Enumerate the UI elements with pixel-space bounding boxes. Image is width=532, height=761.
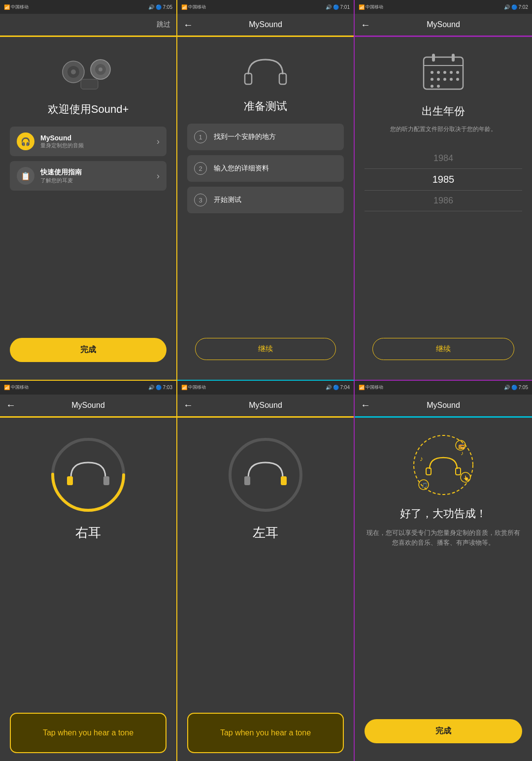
guide-menu-item[interactable]: 📋 快速使用指南 了解您的耳麦 › [10,161,166,191]
step-item-2: 2 输入您的详细资料 [187,155,344,182]
back-button-5[interactable]: ← [183,399,193,411]
main-grid: 📶 中国移动 🔊 🔵 7:05 跳过 [0,0,532,761]
mysound-arrow-icon: › [157,136,160,147]
svg-rect-31 [244,476,250,485]
left-ear-label: 左耳 [253,524,278,541]
mysound-icon: 🎧 [17,132,34,150]
content-1: 欢迎使用Sound+ 🎧 MySound 量身定制您的音频 › 📋 快速使用指南… [0,37,176,380]
header-4: ← MySound [0,395,176,416]
right-ear-label: 右耳 [75,524,101,541]
birth-title: 出生年份 [422,104,465,119]
mysound-text: MySound 量身定制您的音频 [40,134,157,149]
back-button-6[interactable]: ← [361,399,370,411]
svg-text:👆: 👆 [463,475,469,481]
done-button[interactable]: 完成 [365,719,522,743]
svg-point-17 [456,71,459,74]
svg-rect-34 [426,468,431,475]
complete-button[interactable]: 完成 [10,338,166,362]
content-2: 准备测试 1 找到一个安静的地方 2 输入您的详细资料 3 开始测试 继续 [177,37,354,380]
skip-button[interactable]: 跳过 [157,20,170,29]
status-bar-2: 📶中国移动 🔊🔵7:01 [177,0,354,14]
svg-point-29 [230,439,301,510]
step-item-3: 3 开始测试 [187,187,344,213]
back-button-3[interactable]: ← [361,19,370,31]
content-6: ♪ ♪ 📻 🎵 👆 好了，大功告成！ 现在，您可以享受专门为您量身定制的音质，欣… [355,418,532,761]
cell-welcome: 📶 中国移动 🔊 🔵 7:05 跳过 [0,0,177,381]
continue-button-2[interactable]: 继续 [195,338,336,360]
right-ear-animation [49,435,128,514]
headphone-image-2 [241,50,290,89]
step-num-1: 1 [194,131,207,143]
svg-rect-6 [81,79,98,89]
svg-rect-27 [67,476,73,485]
back-button-4[interactable]: ← [6,399,16,411]
guide-arrow-icon: › [157,171,160,181]
svg-point-13 [431,71,433,74]
back-button-2[interactable]: ← [183,19,193,31]
svg-point-16 [450,71,453,74]
svg-point-15 [443,71,446,74]
svg-text:📻: 📻 [458,442,465,449]
status-bar-4: 📶中国移动 🔊🔵7:03 [0,381,176,395]
content-4: 右耳 Tap when you hear a tone [0,418,176,761]
year-1984[interactable]: 1984 [365,148,522,169]
svg-point-5 [99,67,102,71]
header-title-2: MySound [249,20,282,29]
status-bar-6: 📶中国移动 🔊🔵7:05 [355,381,532,395]
cell-left-ear: 📶中国移动 🔊🔵7:04 ← MySound 左耳 [177,381,355,761]
header-1: 跳过 [0,14,176,35]
svg-rect-32 [281,476,287,485]
header-3: ← MySound [355,14,532,35]
continue-button-3[interactable]: 继续 [372,338,514,360]
svg-point-24 [437,85,440,88]
guide-text: 快速使用指南 了解您的耳麦 [40,168,157,184]
header-5: ← MySound [177,395,354,416]
step-num-2: 2 [194,162,207,175]
content-5: 左耳 Tap when you hear a tone [177,418,354,761]
mysound-title: MySound [40,134,157,142]
year-1986[interactable]: 1986 [365,191,522,211]
done-subtitle: 现在，您可以享受专门为您量身定制的音质，欣赏所有您喜欢的音乐、播客、有声读物等。 [365,528,522,549]
mysound-menu-item[interactable]: 🎧 MySound 量身定制您的音频 › [10,127,166,156]
tap-button-right[interactable]: Tap when you hear a tone [10,713,166,753]
done-illustration: ♪ ♪ 📻 🎵 👆 [409,430,478,499]
svg-rect-28 [103,476,109,485]
header-title-4: MySound [71,401,105,410]
svg-text:🎵: 🎵 [421,482,428,489]
header-6: ← MySound [355,395,532,416]
guide-icon: 📋 [17,167,34,185]
step-num-3: 3 [194,194,207,206]
svg-rect-8 [279,73,286,84]
tap-button-left[interactable]: Tap when you hear a tone [187,713,344,753]
prepare-title: 准备测试 [244,99,287,114]
status-left-1: 📶 中国移动 [4,4,29,10]
guide-subtitle: 了解您的耳麦 [40,177,157,184]
svg-text:♪: ♪ [461,450,464,457]
earbuds-image [56,50,120,94]
status-bar-3: 📶中国移动 🔊🔵7:02 [355,0,532,14]
svg-rect-35 [456,468,461,475]
header-title-6: MySound [427,401,460,410]
header-title-3: MySound [427,20,460,29]
content-3: 出生年份 您的听力配置文件部分取决于您的年龄。 1984 1985 1986 继… [355,37,532,380]
svg-point-22 [456,78,459,81]
cell-done: 📶中国移动 🔊🔵7:05 ← MySound ♪ ♪ [355,381,532,761]
left-ear-animation [226,435,305,514]
step-text-2: 输入您的详细资料 [214,164,269,173]
guide-title: 快速使用指南 [40,168,157,177]
birth-subtitle: 您的听力配置文件部分取决于您的年龄。 [390,125,497,133]
status-right-1: 🔊 🔵 7:05 [148,4,172,10]
cell-right-ear: 📶中国移动 🔊🔵7:03 ← MySound [0,381,177,761]
calendar-image [421,50,466,94]
step-text-3: 开始测试 [214,196,241,204]
svg-rect-12 [452,54,455,62]
status-bar-1: 📶 中国移动 🔊 🔵 7:05 [0,0,176,14]
year-picker[interactable]: 1984 1985 1986 [365,148,522,211]
status-bar-5: 📶中国移动 🔊🔵7:04 [177,381,354,395]
header-title-5: MySound [249,401,282,410]
svg-point-23 [431,85,433,88]
svg-text:♪: ♪ [420,455,423,463]
year-1985[interactable]: 1985 [365,169,522,191]
svg-point-2 [71,69,76,74]
svg-point-20 [443,78,446,81]
